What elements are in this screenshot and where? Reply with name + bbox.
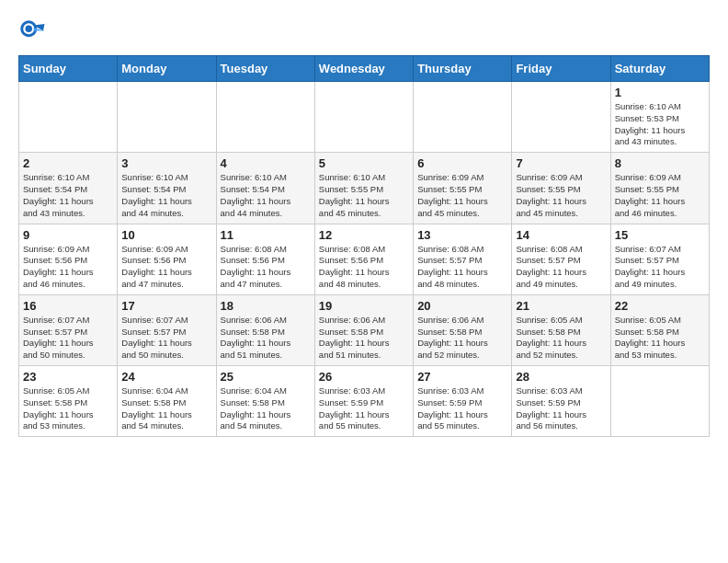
day-info: Sunrise: 6:10 AM Sunset: 5:54 PM Dayligh… <box>221 172 311 219</box>
calendar-week-row: 23Sunrise: 6:05 AM Sunset: 5:58 PM Dayli… <box>19 366 710 437</box>
calendar-cell: 20Sunrise: 6:06 AM Sunset: 5:58 PM Dayli… <box>414 294 512 365</box>
day-info: Sunrise: 6:06 AM Sunset: 5:58 PM Dayligh… <box>221 315 311 362</box>
calendar-week-row: 16Sunrise: 6:07 AM Sunset: 5:57 PM Dayli… <box>19 294 710 365</box>
calendar-cell: 27Sunrise: 6:03 AM Sunset: 5:59 PM Dayli… <box>414 366 512 437</box>
calendar-cell <box>512 82 610 153</box>
day-info: Sunrise: 6:03 AM Sunset: 5:59 PM Dayligh… <box>417 385 507 432</box>
day-number: 27 <box>417 370 507 384</box>
calendar-cell <box>610 366 709 437</box>
day-info: Sunrise: 6:07 AM Sunset: 5:57 PM Dayligh… <box>121 315 211 362</box>
calendar-table: SundayMondayTuesdayWednesdayThursdayFrid… <box>18 55 710 437</box>
day-info: Sunrise: 6:06 AM Sunset: 5:58 PM Dayligh… <box>417 315 507 362</box>
calendar-cell <box>314 82 413 153</box>
calendar-cell: 21Sunrise: 6:05 AM Sunset: 5:58 PM Dayli… <box>512 294 610 365</box>
weekday-header: Friday <box>512 56 610 82</box>
calendar-cell: 18Sunrise: 6:06 AM Sunset: 5:58 PM Dayli… <box>216 294 314 365</box>
calendar-cell <box>118 82 216 153</box>
day-info: Sunrise: 6:05 AM Sunset: 5:58 PM Dayligh… <box>516 315 606 362</box>
calendar-cell: 23Sunrise: 6:05 AM Sunset: 5:58 PM Dayli… <box>19 366 118 437</box>
calendar-cell: 1Sunrise: 6:10 AM Sunset: 5:53 PM Daylig… <box>610 82 709 153</box>
weekday-header: Monday <box>118 56 216 82</box>
day-number: 24 <box>121 370 211 384</box>
day-number: 15 <box>615 228 705 242</box>
weekday-header: Wednesday <box>314 56 413 82</box>
day-info: Sunrise: 6:10 AM Sunset: 5:55 PM Dayligh… <box>319 172 409 219</box>
calendar-cell <box>19 82 118 153</box>
calendar-cell: 8Sunrise: 6:09 AM Sunset: 5:55 PM Daylig… <box>610 153 709 224</box>
day-number: 20 <box>417 299 507 313</box>
calendar-header-row: SundayMondayTuesdayWednesdayThursdayFrid… <box>19 56 710 82</box>
calendar-cell: 5Sunrise: 6:10 AM Sunset: 5:55 PM Daylig… <box>314 153 413 224</box>
header <box>18 18 710 46</box>
day-info: Sunrise: 6:09 AM Sunset: 5:55 PM Dayligh… <box>417 172 507 219</box>
day-number: 6 <box>417 156 507 170</box>
day-number: 25 <box>221 370 311 384</box>
day-info: Sunrise: 6:05 AM Sunset: 5:58 PM Dayligh… <box>615 315 705 362</box>
day-number: 7 <box>516 156 606 170</box>
day-number: 26 <box>319 370 409 384</box>
day-number: 16 <box>23 299 113 313</box>
calendar-week-row: 9Sunrise: 6:09 AM Sunset: 5:56 PM Daylig… <box>19 224 710 294</box>
calendar-cell: 22Sunrise: 6:05 AM Sunset: 5:58 PM Dayli… <box>610 294 709 365</box>
day-info: Sunrise: 6:10 AM Sunset: 5:54 PM Dayligh… <box>121 172 211 219</box>
day-number: 19 <box>319 299 409 313</box>
calendar-cell: 25Sunrise: 6:04 AM Sunset: 5:58 PM Dayli… <box>216 366 314 437</box>
day-number: 21 <box>516 299 606 313</box>
day-info: Sunrise: 6:09 AM Sunset: 5:56 PM Dayligh… <box>121 244 211 291</box>
day-info: Sunrise: 6:09 AM Sunset: 5:55 PM Dayligh… <box>615 172 705 219</box>
day-number: 2 <box>23 156 113 170</box>
calendar-cell: 24Sunrise: 6:04 AM Sunset: 5:58 PM Dayli… <box>118 366 216 437</box>
day-info: Sunrise: 6:03 AM Sunset: 5:59 PM Dayligh… <box>516 385 606 432</box>
logo-icon <box>18 18 46 46</box>
weekday-header: Saturday <box>610 56 709 82</box>
calendar-cell: 9Sunrise: 6:09 AM Sunset: 5:56 PM Daylig… <box>19 224 118 294</box>
day-number: 1 <box>615 86 705 99</box>
day-number: 9 <box>23 228 113 242</box>
calendar-cell: 15Sunrise: 6:07 AM Sunset: 5:57 PM Dayli… <box>610 224 709 294</box>
calendar-cell: 13Sunrise: 6:08 AM Sunset: 5:57 PM Dayli… <box>414 224 512 294</box>
day-number: 8 <box>615 156 705 170</box>
calendar-cell: 2Sunrise: 6:10 AM Sunset: 5:54 PM Daylig… <box>19 153 118 224</box>
calendar-cell: 28Sunrise: 6:03 AM Sunset: 5:59 PM Dayli… <box>512 366 610 437</box>
calendar-cell: 11Sunrise: 6:08 AM Sunset: 5:56 PM Dayli… <box>216 224 314 294</box>
day-number: 18 <box>221 299 311 313</box>
day-number: 22 <box>615 299 705 313</box>
calendar-cell <box>216 82 314 153</box>
day-info: Sunrise: 6:05 AM Sunset: 5:58 PM Dayligh… <box>23 385 113 432</box>
calendar-cell: 12Sunrise: 6:08 AM Sunset: 5:56 PM Dayli… <box>314 224 413 294</box>
calendar-cell: 14Sunrise: 6:08 AM Sunset: 5:57 PM Dayli… <box>512 224 610 294</box>
day-number: 10 <box>121 228 211 242</box>
day-number: 5 <box>319 156 409 170</box>
calendar-cell <box>414 82 512 153</box>
day-number: 17 <box>121 299 211 313</box>
day-number: 13 <box>417 228 507 242</box>
day-info: Sunrise: 6:07 AM Sunset: 5:57 PM Dayligh… <box>23 315 113 362</box>
day-number: 11 <box>221 228 311 242</box>
day-info: Sunrise: 6:04 AM Sunset: 5:58 PM Dayligh… <box>221 385 311 432</box>
day-number: 4 <box>221 156 311 170</box>
calendar-cell: 3Sunrise: 6:10 AM Sunset: 5:54 PM Daylig… <box>118 153 216 224</box>
calendar-cell: 4Sunrise: 6:10 AM Sunset: 5:54 PM Daylig… <box>216 153 314 224</box>
calendar-cell: 6Sunrise: 6:09 AM Sunset: 5:55 PM Daylig… <box>414 153 512 224</box>
day-number: 14 <box>516 228 606 242</box>
weekday-header: Sunday <box>19 56 118 82</box>
day-number: 12 <box>319 228 409 242</box>
day-info: Sunrise: 6:09 AM Sunset: 5:55 PM Dayligh… <box>516 172 606 219</box>
day-number: 28 <box>516 370 606 384</box>
day-info: Sunrise: 6:10 AM Sunset: 5:53 PM Dayligh… <box>615 101 705 148</box>
calendar-cell: 19Sunrise: 6:06 AM Sunset: 5:58 PM Dayli… <box>314 294 413 365</box>
day-info: Sunrise: 6:08 AM Sunset: 5:57 PM Dayligh… <box>516 244 606 291</box>
calendar-cell: 7Sunrise: 6:09 AM Sunset: 5:55 PM Daylig… <box>512 153 610 224</box>
weekday-header: Tuesday <box>216 56 314 82</box>
day-info: Sunrise: 6:06 AM Sunset: 5:58 PM Dayligh… <box>319 315 409 362</box>
day-info: Sunrise: 6:08 AM Sunset: 5:56 PM Dayligh… <box>319 244 409 291</box>
weekday-header: Thursday <box>414 56 512 82</box>
calendar-cell: 17Sunrise: 6:07 AM Sunset: 5:57 PM Dayli… <box>118 294 216 365</box>
calendar-week-row: 1Sunrise: 6:10 AM Sunset: 5:53 PM Daylig… <box>19 82 710 153</box>
day-info: Sunrise: 6:08 AM Sunset: 5:57 PM Dayligh… <box>417 244 507 291</box>
calendar-cell: 26Sunrise: 6:03 AM Sunset: 5:59 PM Dayli… <box>314 366 413 437</box>
calendar-cell: 16Sunrise: 6:07 AM Sunset: 5:57 PM Dayli… <box>19 294 118 365</box>
calendar-week-row: 2Sunrise: 6:10 AM Sunset: 5:54 PM Daylig… <box>19 153 710 224</box>
day-number: 23 <box>23 370 113 384</box>
day-info: Sunrise: 6:09 AM Sunset: 5:56 PM Dayligh… <box>23 244 113 291</box>
